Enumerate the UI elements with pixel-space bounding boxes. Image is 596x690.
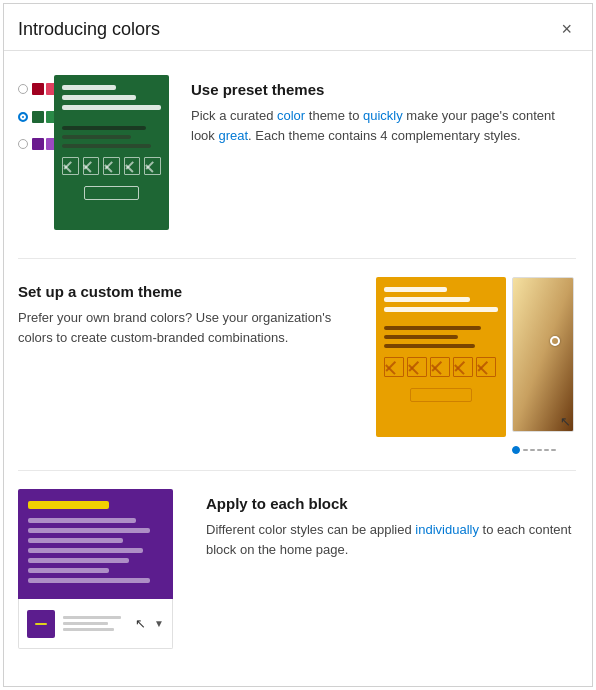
- mock-icon: [453, 357, 473, 377]
- close-button[interactable]: ×: [557, 18, 576, 40]
- mock-line: [384, 287, 447, 292]
- mock-line: [28, 578, 150, 583]
- color-picker-cursor: [550, 336, 560, 346]
- mock-line: [28, 568, 109, 573]
- block-text-lines: [63, 616, 127, 631]
- picker-dash: [551, 449, 556, 451]
- cursor-icon: ↖: [135, 616, 146, 631]
- introducing-colors-dialog: Introducing colors ×: [3, 3, 593, 687]
- highlight-great: great: [218, 128, 248, 143]
- mock-button: [84, 186, 138, 200]
- mock-line: [62, 105, 161, 110]
- preset-themes-heading: Use preset themes: [191, 81, 576, 98]
- mock-line: [62, 144, 151, 148]
- custom-theme-text: Set up a custom theme Prefer your own br…: [18, 277, 358, 347]
- yellow-bar: [28, 501, 109, 509]
- mock-button: [410, 388, 473, 402]
- picker-dashes: [523, 449, 556, 451]
- purple-page-mockup: [18, 489, 173, 599]
- mock-line: [384, 307, 498, 312]
- mock-line: [28, 528, 150, 533]
- apply-blocks-heading: Apply to each block: [206, 495, 576, 512]
- dropdown-arrow-icon[interactable]: ▼: [154, 618, 164, 629]
- custom-theme-heading: Set up a custom theme: [18, 283, 358, 300]
- orange-page-mockup: [376, 277, 506, 437]
- mock-line: [62, 135, 131, 139]
- apply-blocks-text: Apply to each block Different color styl…: [206, 489, 576, 559]
- preset-themes-desc: Pick a curated color theme to quickly ma…: [191, 106, 576, 145]
- custom-theme-desc: Prefer your own brand colors? Use your o…: [18, 308, 358, 347]
- mock-icon: [430, 357, 450, 377]
- mock-icon: [144, 157, 161, 175]
- highlight-color: color: [277, 108, 305, 123]
- highlight-individually: individually: [415, 522, 479, 537]
- block-line: [63, 616, 121, 619]
- block-icon-square: [27, 610, 55, 638]
- mock-icon: [83, 157, 100, 175]
- mock-line: [62, 95, 136, 100]
- custom-theme-section: Set up a custom theme Prefer your own br…: [18, 259, 576, 471]
- picker-dash: [523, 449, 528, 451]
- preset-themes-section: ↖: [18, 61, 576, 259]
- swatch: [32, 83, 44, 95]
- dialog-title: Introducing colors: [18, 19, 160, 40]
- mock-line: [28, 558, 129, 563]
- picker-dash: [537, 449, 542, 451]
- preset-themes-text: Use preset themes Pick a curated color t…: [191, 75, 576, 145]
- mock-line: [62, 126, 146, 130]
- cursor-arrow-icon: ↖: [560, 414, 571, 429]
- picker-dash: [530, 449, 535, 451]
- mock-line: [28, 538, 123, 543]
- mock-line: [28, 548, 143, 553]
- swatch: [32, 138, 44, 150]
- mock-line: [28, 518, 136, 523]
- picker-dash: [544, 449, 549, 451]
- mock-line: [384, 344, 475, 348]
- picker-radio-selected: [512, 446, 520, 454]
- mock-line: [384, 326, 481, 330]
- radio-1: [18, 84, 28, 94]
- color-picker-radio-row: [512, 446, 574, 454]
- mock-icons-row: [384, 357, 498, 377]
- apply-blocks-section: ↖ ▼ Apply to each block Different color …: [18, 471, 576, 649]
- dialog-header: Introducing colors ×: [4, 4, 592, 50]
- mock-icon: [476, 357, 496, 377]
- color-picker-container: ↖: [512, 277, 574, 432]
- radio-3: [18, 139, 28, 149]
- radio-2-selected: [18, 112, 28, 122]
- preset-mockup: ↖: [18, 75, 173, 240]
- mock-icon: [407, 357, 427, 377]
- mock-line: [384, 297, 470, 302]
- mock-icon: [384, 357, 404, 377]
- mock-line: [62, 85, 116, 90]
- swatch: [32, 111, 44, 123]
- block-line: [63, 628, 114, 631]
- mock-line: [384, 335, 458, 339]
- highlight-quickly: quickly: [363, 108, 403, 123]
- custom-theme-image: ↖: [376, 277, 576, 452]
- dialog-content: ↖: [4, 51, 592, 665]
- apply-blocks-image: ↖ ▼: [18, 489, 188, 649]
- mock-icons-row: [62, 157, 161, 175]
- mock-icon: [103, 157, 120, 175]
- icon-line: [35, 623, 47, 625]
- block-line: [63, 622, 108, 625]
- apply-blocks-desc: Different color styles can be applied in…: [206, 520, 576, 559]
- color-picker-panel[interactable]: ↖: [512, 277, 574, 432]
- block-bottom-bar: ↖ ▼: [18, 599, 173, 649]
- green-page-mockup: [54, 75, 169, 230]
- mock-icon: [124, 157, 141, 175]
- mock-icon: [62, 157, 79, 175]
